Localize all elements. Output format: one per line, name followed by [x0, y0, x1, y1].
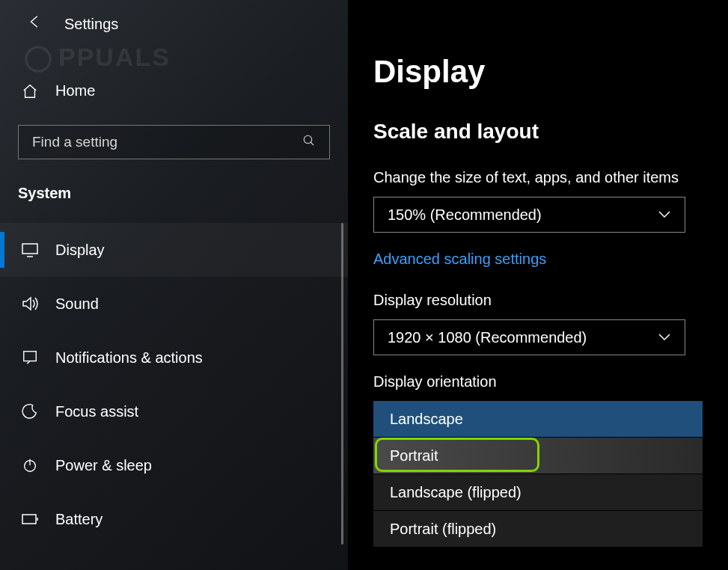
- chevron-down-icon: [658, 210, 671, 219]
- nav-list: Display Sound Notifications & actions Fo…: [0, 223, 348, 546]
- advanced-scaling-link[interactable]: Advanced scaling settings: [373, 251, 546, 268]
- svg-rect-1: [22, 244, 37, 254]
- main-panel: Display Scale and layout Change the size…: [348, 0, 728, 570]
- home-icon: [21, 83, 39, 99]
- orientation-option-portrait-flipped[interactable]: Portrait (flipped): [373, 511, 703, 547]
- search-icon: [302, 134, 316, 151]
- nav-item-label: Notifications & actions: [55, 349, 203, 367]
- svg-point-0: [304, 135, 312, 144]
- nav-item-label: Battery: [55, 511, 103, 528]
- nav-item-focus-assist[interactable]: Focus assist: [0, 384, 348, 438]
- svg-rect-2: [24, 352, 37, 361]
- scale-dropdown[interactable]: 150% (Recommended): [373, 197, 685, 233]
- orientation-dropdown-open[interactable]: Landscape Portrait Landscape (flipped) P…: [373, 401, 703, 547]
- nav-item-power-sleep[interactable]: Power & sleep: [0, 438, 348, 492]
- resolution-dropdown[interactable]: 1920 × 1080 (Recommended): [373, 319, 685, 355]
- power-icon: [21, 457, 39, 474]
- section-title: Scale and layout: [373, 120, 703, 144]
- resolution-label: Display resolution: [373, 292, 703, 309]
- chevron-down-icon: [658, 333, 671, 342]
- page-title: Display: [373, 54, 703, 90]
- focus-assist-icon: [21, 403, 39, 420]
- sound-icon: [21, 295, 39, 312]
- settings-sidebar: ◯PPUALS Settings Home System Display: [0, 0, 348, 570]
- display-icon: [21, 242, 39, 257]
- window-title: Settings: [64, 16, 118, 33]
- battery-icon: [21, 513, 39, 525]
- svg-rect-4: [22, 515, 36, 524]
- nav-item-display[interactable]: Display: [0, 223, 348, 277]
- nav-item-sound[interactable]: Sound: [0, 277, 348, 331]
- search-box[interactable]: [18, 125, 330, 159]
- nav-item-label: Power & sleep: [55, 457, 152, 474]
- nav-item-label: Focus assist: [55, 403, 138, 420]
- search-input[interactable]: [32, 134, 302, 150]
- nav-item-battery[interactable]: Battery: [0, 492, 348, 546]
- resolution-value: 1920 × 1080 (Recommended): [388, 329, 587, 346]
- orientation-option-landscape-flipped[interactable]: Landscape (flipped): [373, 474, 703, 510]
- scale-value: 150% (Recommended): [388, 206, 542, 224]
- nav-item-notifications[interactable]: Notifications & actions: [0, 331, 348, 384]
- scale-label: Change the size of text, apps, and other…: [373, 169, 703, 186]
- orientation-label: Display orientation: [373, 373, 703, 390]
- category-label: System: [0, 159, 348, 211]
- back-button[interactable]: [27, 13, 43, 34]
- notifications-icon: [21, 349, 39, 366]
- home-label: Home: [55, 82, 95, 99]
- home-nav[interactable]: Home: [0, 63, 348, 116]
- nav-item-label: Sound: [55, 295, 99, 313]
- orientation-option-landscape[interactable]: Landscape: [373, 401, 703, 437]
- nav-item-label: Display: [55, 242, 105, 259]
- orientation-option-portrait[interactable]: Portrait: [373, 438, 703, 474]
